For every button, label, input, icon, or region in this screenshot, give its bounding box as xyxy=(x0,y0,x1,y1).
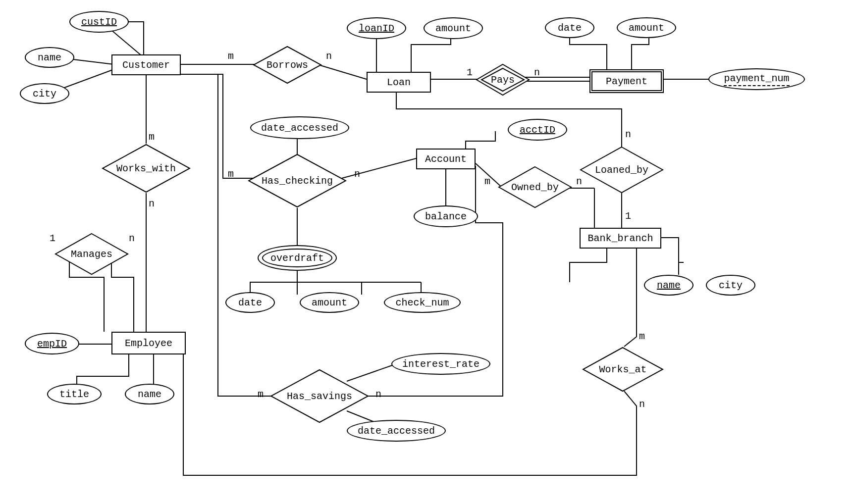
card-wwith-cust: m xyxy=(149,131,155,143)
entity-bank-branch-label: Bank_branch xyxy=(587,233,653,244)
entity-employee: Employee xyxy=(111,332,186,354)
attr-od-checknum: check_num xyxy=(384,292,461,313)
attr-od-amount: amount xyxy=(300,292,359,313)
entity-customer-label: Customer xyxy=(122,59,170,71)
rel-pays-label: Pays xyxy=(491,74,515,86)
card-loaned-branch: 1 xyxy=(625,210,631,222)
rel-works-with-label: Works_with xyxy=(116,163,176,174)
card-pays-pay: n xyxy=(534,67,540,78)
entity-loan-label: Loan xyxy=(387,77,411,88)
entity-payment-label: Payment xyxy=(606,76,647,87)
card-mgr-n: n xyxy=(129,233,135,244)
entity-account: Account xyxy=(416,149,476,169)
rel-works-at: Works_at xyxy=(582,347,664,392)
card-owned-branch: n xyxy=(576,176,582,187)
er-diagram-canvas: Customer Loan Payment Account Bank_branc… xyxy=(0,0,852,504)
entity-employee-label: Employee xyxy=(125,338,172,349)
attr-cust-city: city xyxy=(20,83,69,104)
rel-has-checking-label: Has_checking xyxy=(262,175,333,187)
card-wat-emp: n xyxy=(639,399,645,410)
entity-bank-branch: Bank_branch xyxy=(580,228,661,249)
card-owned-acct: m xyxy=(484,176,490,187)
rel-manages: Manages xyxy=(54,233,129,275)
rel-manages-label: Manages xyxy=(71,249,112,260)
rel-works-at-label: Works_at xyxy=(599,364,646,375)
entity-customer: Customer xyxy=(111,54,181,75)
rel-has-savings-label: Has_savings xyxy=(287,391,352,402)
attr-branch-name: name xyxy=(644,275,693,296)
rel-pays-weak: Pays xyxy=(476,63,530,96)
card-wwith-emp: n xyxy=(149,198,155,209)
attr-emp-title: title xyxy=(47,384,102,404)
attr-date-accessed: date_accessed xyxy=(250,116,349,139)
attr-loan-amount: amount xyxy=(424,17,483,39)
rel-owned-by: Owned_by xyxy=(498,166,572,208)
card-borrows-loan: n xyxy=(326,50,332,62)
card-wat-branch: m xyxy=(639,331,645,342)
attr-interest-rate: interest_rate xyxy=(391,353,490,375)
attr-overdraft-outer: overdraft xyxy=(258,245,337,271)
attr-emp-name: name xyxy=(125,384,174,404)
attr-branch-city: city xyxy=(706,275,755,296)
card-loaned-loan: n xyxy=(625,129,631,140)
svg-line-4 xyxy=(317,64,367,79)
card-borrows-cust: m xyxy=(228,50,234,62)
rel-borrows: Borrows xyxy=(253,46,322,84)
attr-pay-date: date xyxy=(545,17,594,38)
rel-has-checking: Has_checking xyxy=(248,153,347,208)
card-mgr-one: 1 xyxy=(50,233,55,244)
attr-pay-amount: amount xyxy=(617,17,676,38)
card-pays-loan: 1 xyxy=(467,67,473,78)
attr-loanid: loanID xyxy=(347,17,406,39)
attr-overdraft-label: overdraft xyxy=(270,252,324,264)
entity-loan: Loan xyxy=(367,72,431,93)
entity-payment-weak: Payment xyxy=(589,69,664,93)
attr-payment-num: payment_num xyxy=(708,68,805,90)
card-hchk-acct: n xyxy=(354,168,360,180)
rel-owned-by-label: Owned_by xyxy=(511,182,559,193)
attr-custid: custID xyxy=(69,11,129,33)
card-hsav-acct: n xyxy=(375,389,381,400)
attr-acctid: acctID xyxy=(508,119,567,141)
rel-works-with: Works_with xyxy=(102,144,191,193)
attr-sav-date-accessed: date_accessed xyxy=(347,420,446,442)
rel-has-savings: Has_savings xyxy=(270,369,369,423)
rel-borrows-label: Borrows xyxy=(266,59,308,71)
attr-cust-name: name xyxy=(25,47,74,68)
attr-empid: empID xyxy=(25,333,79,354)
entity-account-label: Account xyxy=(425,153,467,165)
attr-od-date: date xyxy=(225,292,275,313)
rel-loaned-by-label: Loaned_by xyxy=(595,164,648,176)
card-hchk-cust: m xyxy=(228,168,234,180)
card-hsav-cust: m xyxy=(258,389,264,400)
attr-balance: balance xyxy=(414,205,478,227)
svg-line-12 xyxy=(342,158,416,178)
rel-loaned-by: Loaned_by xyxy=(580,146,664,194)
